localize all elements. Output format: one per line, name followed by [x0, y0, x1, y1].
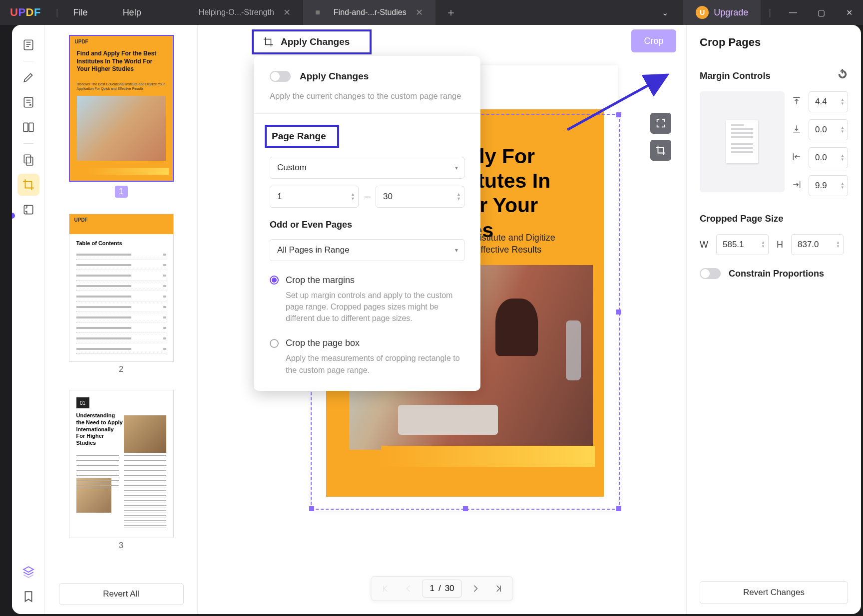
menu-file[interactable]: File — [73, 7, 88, 18]
annotate-tool-icon[interactable] — [17, 66, 39, 88]
reader-tool-icon[interactable] — [17, 34, 39, 56]
odd-even-title: Odd or Even Pages — [270, 220, 464, 230]
page-thumbnail-2[interactable]: UPDF Table of Contents — [69, 214, 174, 362]
apply-changes-label: Apply Changes — [281, 36, 350, 47]
stepper-icon[interactable]: ▲▼ — [841, 154, 845, 162]
upgrade-button[interactable]: U Upgrade — [683, 0, 761, 25]
panel-title: Crop Pages — [700, 36, 848, 49]
tab-2[interactable]: Find-and-...r-Studies ✕ — [303, 0, 435, 25]
range-from-input[interactable]: 1 ▲▼ — [270, 186, 359, 208]
margin-left-icon — [792, 152, 804, 164]
stepper-icon[interactable]: ▲▼ — [841, 98, 845, 106]
height-label: H — [777, 240, 783, 250]
reset-margins-button[interactable] — [837, 69, 848, 82]
stepper-icon[interactable]: ▲▼ — [456, 192, 461, 201]
close-icon[interactable]: ✕ — [283, 7, 291, 18]
first-page-button[interactable] — [376, 580, 394, 598]
odd-even-select[interactable]: All Pages in Range ▾ — [270, 239, 464, 261]
crop-box-button[interactable] — [650, 140, 671, 161]
upgrade-badge-icon: U — [696, 6, 709, 19]
modified-marker-icon — [316, 10, 320, 14]
svg-rect-6 — [24, 205, 32, 214]
ocr-tool-icon[interactable] — [17, 149, 39, 171]
cropped-size-title: Cropped Page Size — [700, 213, 784, 224]
title-bar: UPDF | File Help Helping-O...-Strength ✕… — [0, 0, 863, 25]
stepper-icon[interactable]: ▲▼ — [841, 182, 845, 190]
page-thumbnail-1[interactable]: UPDF Find and Apply For the Best Institu… — [69, 35, 174, 182]
layers-icon[interactable] — [22, 565, 35, 580]
tab-label: Find-and-...r-Studies — [334, 8, 407, 17]
crop-margins-label: Crop the margins — [286, 275, 355, 286]
crop-pagebox-label: Crop the page box — [286, 338, 360, 348]
crop-margins-radio[interactable] — [270, 276, 279, 285]
range-to-input[interactable]: 30 ▲▼ — [376, 186, 464, 208]
bookmark-icon[interactable] — [22, 590, 35, 605]
next-page-button[interactable] — [467, 580, 485, 598]
active-indicator-icon — [12, 213, 15, 219]
tool-sidebar — [12, 25, 45, 614]
menu-help[interactable]: Help — [123, 7, 141, 18]
stepper-icon[interactable]: ▲▼ — [351, 192, 355, 201]
svg-rect-3 — [29, 123, 33, 131]
prev-page-button[interactable] — [399, 580, 417, 598]
svg-rect-4 — [24, 155, 30, 163]
close-icon[interactable]: ✕ — [416, 7, 423, 18]
apply-changes-popover: Apply Changes Apply the current changes … — [254, 56, 480, 391]
page-thumbnail-3[interactable]: 01 Understanding the Need to Apply Inter… — [69, 390, 174, 538]
constrain-label: Constrain Proportions — [729, 269, 824, 279]
page-range-mode-select[interactable]: Custom ▾ — [270, 157, 464, 179]
compress-tool-icon[interactable] — [17, 199, 39, 221]
canvas-area: Find and Apply For the Best Institutes I… — [198, 25, 686, 614]
fit-screen-button[interactable] — [650, 113, 671, 134]
page-number-field[interactable]: 1 / 30 — [422, 580, 461, 598]
revert-changes-button[interactable]: Revert Changes — [700, 581, 848, 604]
app-logo: UPDF — [10, 6, 41, 19]
crop-pagebox-radio[interactable] — [270, 339, 279, 348]
apply-changes-button[interactable]: Apply Changes — [252, 29, 372, 54]
crop-icon — [263, 36, 274, 47]
width-label: W — [700, 240, 708, 250]
close-button[interactable]: ✕ — [835, 0, 863, 25]
revert-all-button[interactable]: Revert All — [59, 583, 184, 605]
margin-bottom-icon — [792, 124, 804, 136]
stepper-icon[interactable]: ▲▼ — [761, 241, 765, 249]
margin-preview — [700, 91, 785, 192]
height-input[interactable]: 837.0 ▲▼ — [791, 234, 844, 255]
upgrade-label: Upgrade — [714, 7, 748, 18]
edit-tool-icon[interactable] — [17, 91, 39, 113]
stepper-icon[interactable]: ▲▼ — [841, 126, 845, 134]
organize-tool-icon[interactable] — [17, 116, 39, 138]
page-navigator: 1 / 30 — [371, 576, 513, 601]
chevron-down-icon: ▾ — [455, 247, 458, 254]
chevron-down-icon[interactable]: ⌄ — [662, 8, 668, 17]
crop-pages-panel: Crop Pages Margin Controls 4 — [686, 25, 861, 614]
crop-tool-icon[interactable] — [17, 174, 39, 196]
tab-label: Helping-O...-Strength — [199, 8, 274, 17]
margin-top-input[interactable]: 4.4 ▲▼ — [809, 91, 848, 112]
svg-rect-0 — [24, 40, 32, 50]
width-input[interactable]: 585.1 ▲▼ — [716, 234, 769, 255]
last-page-button[interactable] — [490, 580, 508, 598]
margin-bottom-input[interactable]: 0.0 ▲▼ — [809, 119, 848, 140]
page-range-title: Page Range — [265, 125, 339, 148]
page-number-label: 1 — [115, 186, 128, 198]
margin-left-input[interactable]: 0.0 ▲▼ — [809, 147, 848, 168]
maximize-button[interactable]: ▢ — [807, 0, 835, 25]
crop-button[interactable]: Crop — [631, 29, 676, 52]
thumbnail-panel: UPDF Find and Apply For the Best Institu… — [45, 25, 198, 614]
apply-changes-toggle-label: Apply Changes — [300, 71, 369, 82]
chevron-down-icon: ▾ — [455, 164, 458, 171]
tab-1[interactable]: Helping-O...-Strength ✕ — [186, 0, 303, 25]
stepper-icon[interactable]: ▲▼ — [836, 241, 840, 249]
constrain-toggle[interactable] — [700, 268, 721, 279]
apply-changes-toggle[interactable] — [270, 71, 291, 82]
new-tab-button[interactable]: ＋ — [445, 5, 456, 20]
select-value: All Pages in Range — [277, 245, 350, 255]
margin-right-input[interactable]: 9.9 ▲▼ — [809, 175, 848, 196]
select-value: Custom — [277, 163, 307, 173]
apply-changes-desc: Apply the current changes to the custom … — [270, 90, 464, 102]
crop-margins-desc: Set up margin controls and apply to the … — [286, 290, 464, 324]
page-number-label: 3 — [119, 541, 123, 550]
margin-controls-title: Margin Controls — [700, 70, 771, 81]
minimize-button[interactable]: — — [779, 0, 807, 25]
